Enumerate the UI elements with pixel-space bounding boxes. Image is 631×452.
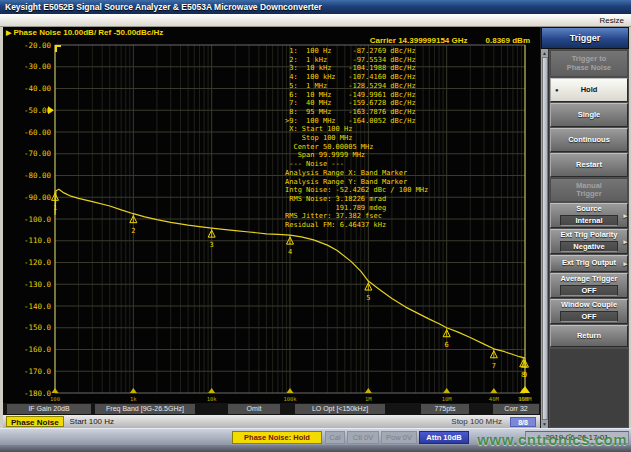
softkey-window-couple[interactable]: Window CoupleOFF (550, 299, 628, 324)
carrier-power: 0.8369 dBm (486, 36, 530, 45)
softkey-hold[interactable]: ●Hold (550, 78, 628, 102)
softkey-empty-area (550, 349, 628, 427)
svg-text:100k: 100k (283, 396, 297, 402)
y-tick-label: -130.0 (3, 280, 51, 289)
svg-text:40M: 40M (489, 396, 500, 402)
average-count-badge: 8/8 (510, 417, 536, 427)
setting-3: LO Opt [<150kHz] (295, 404, 385, 414)
watermark: www.cntronics.com (477, 431, 627, 448)
scroll-up-icon[interactable]: ▲ (542, 50, 547, 56)
svg-text:100M: 100M (518, 396, 532, 402)
softkey-label: Window Couple (561, 301, 617, 310)
softkey-label: Continuous (568, 136, 610, 145)
softkey-source[interactable]: SourceInternal▸ (550, 203, 628, 228)
measurement-screen: ▶Phase Noise 10.00dB/ Ref -50.00dBc/Hz C… (3, 27, 540, 428)
menu-bar: Resize (0, 14, 631, 27)
softkey-ext-trig-polarity[interactable]: Ext Trig PolarityNegative▸ (550, 229, 628, 254)
title-bar[interactable]: Keysight E5052B Signal Source Analyzer &… (0, 0, 631, 14)
scroll-down-icon[interactable]: ▼ (542, 421, 547, 427)
softkey-label: Hold (581, 86, 598, 95)
y-tick-label: -150.0 (3, 323, 51, 332)
taskbar-pow-0v: Pow 0V (381, 431, 417, 444)
y-tick-label: -120.0 (3, 258, 51, 267)
taskbar-cal: Cal (325, 431, 345, 444)
softkey-label: Ext Trig Output (562, 259, 616, 268)
y-tick-label: -160.0 (3, 345, 51, 354)
softkey-label: Restart (576, 161, 602, 170)
y-tick-label: -60.00 (3, 128, 51, 137)
softkey-menu: Trigger ▲ ▼ Trigger to Phase Noise●HoldS… (540, 27, 629, 428)
measurement-settings-bar: IF Gain 20dBFreq Band [9G-26.5GHz]OmitLO… (3, 403, 540, 415)
setting-0: IF Gain 20dB (7, 404, 91, 414)
y-tick-label: -110.0 (3, 236, 51, 245)
y-tick-label: -180.0 (3, 389, 51, 398)
window-title: Keysight E5052B Signal Source Analyzer &… (5, 2, 322, 12)
carrier-frequency: Carrier 14.399999154 GHz (370, 36, 468, 45)
svg-text:1k: 1k (130, 396, 137, 402)
svg-text:2: 2 (131, 227, 135, 235)
svg-text:9: 9 (523, 371, 527, 379)
softkey-scrollbar[interactable]: ▲ ▼ (541, 49, 549, 428)
softkey-return[interactable]: Return (550, 325, 628, 347)
svg-text:10M: 10M (442, 396, 453, 402)
softkey-label: Source (576, 205, 601, 214)
softkey-label: Ext Trig Polarity (560, 231, 617, 240)
softkey-label: Single (578, 111, 601, 120)
softkey-value: Internal (560, 215, 618, 226)
y-tick-label: -70.00 (3, 149, 51, 158)
svg-text:1: 1 (53, 204, 57, 212)
y-tick-label: -50.00 (3, 106, 51, 115)
svg-text:10k: 10k (207, 396, 218, 402)
scrollbar-thumb[interactable] (542, 57, 548, 420)
softkey-label: Manual Trigger (576, 182, 602, 199)
softkey-average-trigger[interactable]: Average TriggerOFF (550, 273, 628, 298)
svg-text:3: 3 (210, 241, 214, 249)
softkey-label: Average Trigger (561, 275, 618, 284)
sweep-status-bar: Phase Noise Start 100 Hz Stop 100 MHz 8/… (3, 415, 540, 428)
carrier-readout: Carrier 14.399999154 GHz0.8369 dBm (370, 36, 530, 45)
setting-4: 775pts (421, 404, 469, 414)
softkey-value: OFF (560, 285, 618, 296)
y-tick-label: -100.0 (3, 215, 51, 224)
softkey-label: Return (577, 332, 601, 341)
y-axis-labels: -20.00-30.00-40.00-50.00-60.00-70.00-80.… (3, 27, 51, 428)
y-tick-label: -80.00 (3, 171, 51, 180)
svg-text:100: 100 (50, 396, 60, 402)
setting-2: Omit (228, 404, 280, 414)
setting-5: Corr 32 (493, 404, 539, 414)
active-measurement-label: Phase Noise (6, 416, 64, 427)
sweep-start-label: Start 100 Hz (70, 417, 114, 426)
submenu-arrow-icon: ▸ (623, 212, 627, 220)
taskbar-phase-noise-hold[interactable]: Phase Noise: Hold (232, 431, 322, 444)
svg-text:5: 5 (366, 294, 370, 302)
resize-menu-item[interactable]: Resize (600, 16, 624, 25)
submenu-arrow-icon: ▸ (623, 260, 627, 268)
taskbar-attn-10db[interactable]: Attn 10dB (419, 431, 469, 444)
softkey-menu-title: Trigger (541, 27, 629, 49)
softkey-single[interactable]: Single (550, 103, 628, 127)
y-tick-label: -40.00 (3, 84, 51, 93)
svg-text:4: 4 (288, 248, 292, 256)
y-tick-label: -170.0 (3, 367, 51, 376)
app-window: Keysight E5052B Signal Source Analyzer &… (0, 0, 631, 452)
main-area: ▶Phase Noise 10.00dB/ Ref -50.00dBc/Hz C… (0, 27, 631, 428)
softkey-label: Trigger to Phase Noise (567, 55, 612, 72)
taskbar-ctl-0v: Ctl 0V (347, 431, 379, 444)
softkey-restart[interactable]: Restart (550, 153, 628, 177)
softkey-ext-trig-output[interactable]: Ext Trig Output▸ (550, 255, 628, 272)
marker-readout: 1: 100 Hz -87.2769 dBc/Hz 2: 1 kHz -97.5… (285, 47, 428, 230)
setting-1: Freq Band [9G-26.5GHz] (95, 404, 195, 414)
softkey-trigger-to-phase-noise: Trigger to Phase Noise (550, 50, 628, 77)
softkey-value: OFF (560, 311, 618, 322)
sweep-stop-label: Stop 100 MHz (451, 417, 502, 426)
softkey-manual-trigger: Manual Trigger (550, 178, 628, 202)
y-tick-label: -140.0 (3, 302, 51, 311)
softkey-value: Negative (560, 241, 618, 252)
softkey-continuous[interactable]: Continuous (550, 128, 628, 152)
submenu-arrow-icon: ▸ (623, 238, 627, 246)
y-tick-label: -20.00 (3, 41, 51, 50)
svg-text:6: 6 (445, 341, 449, 349)
selected-bullet-icon: ● (555, 87, 559, 93)
y-tick-label: -30.00 (3, 62, 51, 71)
svg-text:1M: 1M (365, 396, 372, 402)
